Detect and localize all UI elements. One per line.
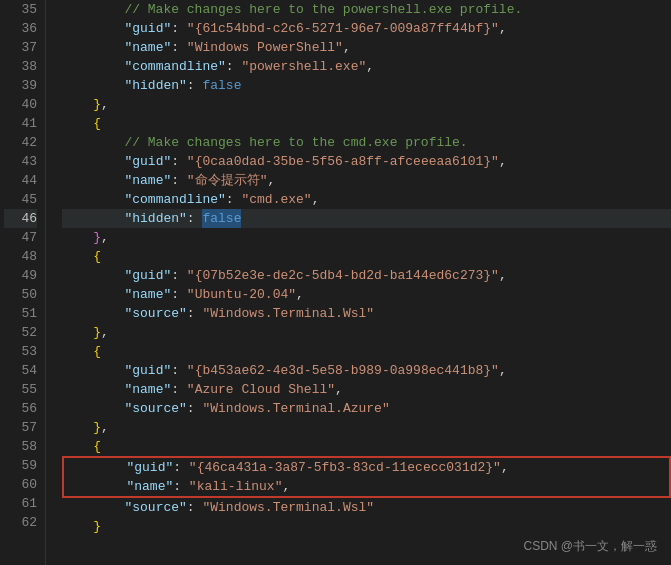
line-37: 37 <box>4 38 37 57</box>
line-50: 50 <box>4 285 37 304</box>
line-51: 51 <box>4 304 37 323</box>
line-46: 46 <box>4 209 37 228</box>
line-58: 58 <box>4 437 37 456</box>
code-line-62: } <box>62 517 671 536</box>
line-49: 49 <box>4 266 37 285</box>
code-line-45: "commandline": "cmd.exe", <box>62 190 671 209</box>
code-line-57: }, <box>62 418 671 437</box>
code-line-53: { <box>62 342 671 361</box>
code-line-44: "name": "命令提示符", <box>62 171 671 190</box>
line-53: 53 <box>4 342 37 361</box>
line-40: 40 <box>4 95 37 114</box>
code-line-39: "hidden": false <box>62 76 671 95</box>
line-35: 35 <box>4 0 37 19</box>
code-line-51: "source": "Windows.Terminal.Wsl" <box>62 304 671 323</box>
code-line-52: }, <box>62 323 671 342</box>
code-line-36: "guid": "{61c54bbd-c2c6-5271-96e7-009a87… <box>62 19 671 38</box>
line-38: 38 <box>4 57 37 76</box>
code-line-56: "source": "Windows.Terminal.Azure" <box>62 399 671 418</box>
line-39: 39 <box>4 76 37 95</box>
code-content: // Make changes here to the powershell.e… <box>46 0 671 565</box>
code-line-38: "commandline": "powershell.exe", <box>62 57 671 76</box>
line-56: 56 <box>4 399 37 418</box>
line-62: 62 <box>4 513 37 532</box>
code-editor: 35 36 37 38 39 40 41 42 43 44 45 46 47 4… <box>0 0 671 565</box>
line-41: 41 <box>4 114 37 133</box>
code-line-47: }, <box>62 228 671 247</box>
line-numbers: 35 36 37 38 39 40 41 42 43 44 45 46 47 4… <box>0 0 46 565</box>
code-line-60: "name": "kali-linux", <box>64 477 669 496</box>
line-42: 42 <box>4 133 37 152</box>
code-line-48: { <box>62 247 671 266</box>
code-line-35: // Make changes here to the powershell.e… <box>62 0 671 19</box>
line-60: 60 <box>4 475 37 494</box>
code-line-61: "source": "Windows.Terminal.Wsl" <box>62 498 671 517</box>
line-55: 55 <box>4 380 37 399</box>
code-line-40: }, <box>62 95 671 114</box>
line-47: 47 <box>4 228 37 247</box>
line-43: 43 <box>4 152 37 171</box>
code-line-49: "guid": "{07b52e3e-de2c-5db4-bd2d-ba144e… <box>62 266 671 285</box>
code-line-42: // Make changes here to the cmd.exe prof… <box>62 133 671 152</box>
line-36: 36 <box>4 19 37 38</box>
code-line-46: "hidden": false <box>62 209 671 228</box>
line-54: 54 <box>4 361 37 380</box>
code-line-59: "guid": "{46ca431a-3a87-5fb3-83cd-11ecec… <box>64 458 669 477</box>
code-line-50: "name": "Ubuntu-20.04", <box>62 285 671 304</box>
code-line-43: "guid": "{0caa0dad-35be-5f56-a8ff-afceee… <box>62 152 671 171</box>
line-44: 44 <box>4 171 37 190</box>
line-48: 48 <box>4 247 37 266</box>
code-line-41: { <box>62 114 671 133</box>
code-line-55: "name": "Azure Cloud Shell", <box>62 380 671 399</box>
line-57: 57 <box>4 418 37 437</box>
code-line-58: { <box>62 437 671 456</box>
highlighted-block: "guid": "{46ca431a-3a87-5fb3-83cd-11ecec… <box>62 456 671 498</box>
watermark: CSDN @书一文，解一惑 <box>523 538 657 555</box>
line-61: 61 <box>4 494 37 513</box>
line-52: 52 <box>4 323 37 342</box>
line-45: 45 <box>4 190 37 209</box>
line-59: 59 <box>4 456 37 475</box>
code-line-37: "name": "Windows PowerShell", <box>62 38 671 57</box>
code-line-54: "guid": "{b453ae62-4e3d-5e58-b989-0a998e… <box>62 361 671 380</box>
